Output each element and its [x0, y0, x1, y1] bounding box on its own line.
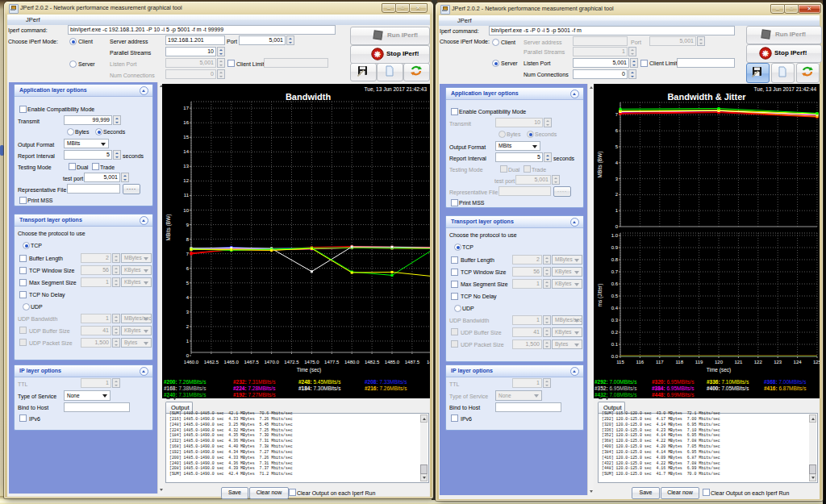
svg-text:0.2: 0.2 [611, 330, 619, 335]
svg-text:Tue, 13 Jun 2017 21:42:43: Tue, 13 Jun 2017 21:42:43 [365, 86, 428, 92]
svg-text:MBits (BW): MBits (BW) [597, 152, 603, 178]
svg-text:#200: 7.26MBits/s: #200: 7.26MBits/s [164, 379, 206, 385]
svg-text:❋: ❋ [762, 49, 770, 58]
svg-text:1.0: 1.0 [611, 233, 619, 238]
svg-text:121: 121 [734, 360, 743, 364]
svg-text:#320: 6.95MBits/s: #320: 6.95MBits/s [652, 379, 695, 385]
svg-text:0.0: 0.0 [611, 354, 619, 359]
svg-text:❋: ❋ [374, 50, 382, 59]
svg-text:Bandwidth & Jitter: Bandwidth & Jitter [667, 92, 746, 102]
svg-text:115: 115 [616, 360, 624, 364]
svg-text:1485.0: 1485.0 [385, 360, 400, 364]
svg-text:17: 17 [183, 106, 189, 110]
svg-text:0.6: 0.6 [611, 281, 619, 286]
svg-text:120: 120 [715, 360, 724, 364]
svg-text:116: 116 [636, 360, 645, 364]
svg-text:#168: 7.38MBits/s: #168: 7.38MBits/s [164, 385, 206, 391]
svg-text:0.7: 0.7 [611, 269, 619, 274]
svg-text:123: 123 [774, 360, 782, 364]
svg-text:Time (sec): Time (sec) [297, 367, 321, 373]
svg-text:1472.5: 1472.5 [284, 360, 299, 364]
svg-text:Bandwidth: Bandwidth [286, 92, 331, 102]
svg-text:10: 10 [183, 208, 189, 213]
svg-text:#368: 7.00MBits/s: #368: 7.00MBits/s [764, 379, 807, 385]
svg-text:#400: 7.05MBits/s: #400: 7.05MBits/s [707, 385, 749, 391]
svg-text:119: 119 [695, 360, 703, 364]
svg-text:1477.5: 1477.5 [324, 360, 340, 364]
svg-text:0.1: 0.1 [611, 342, 619, 347]
svg-text:#208: 7.33MBits/s: #208: 7.33MBits/s [365, 379, 407, 385]
svg-text:124: 124 [794, 360, 803, 364]
svg-text:1480.0: 1480.0 [344, 360, 360, 364]
svg-text:1490: 1490 [427, 360, 430, 364]
svg-text:#352: 6.95MBits/s: #352: 6.95MBits/s [594, 385, 637, 391]
svg-text:12: 12 [183, 178, 189, 183]
svg-text:1475.0: 1475.0 [304, 360, 319, 364]
svg-text:0.9: 0.9 [611, 245, 619, 250]
svg-text:#448: 6.99MBits/s: #448: 6.99MBits/s [652, 392, 695, 398]
svg-text:122: 122 [754, 360, 763, 364]
svg-text:#232: 7.31MBits/s: #232: 7.31MBits/s [233, 379, 276, 385]
svg-text:#384: 6.95MBits/s: #384: 6.95MBits/s [652, 385, 695, 391]
svg-text:11: 11 [184, 193, 190, 198]
svg-text:#216: 7.26MBits/s: #216: 7.26MBits/s [365, 385, 407, 391]
svg-text:#192: 7.27MBits/s: #192: 7.27MBits/s [233, 392, 276, 398]
svg-text:0.5: 0.5 [611, 294, 619, 298]
svg-text:13: 13 [183, 164, 189, 169]
svg-text:0.4: 0.4 [611, 306, 619, 310]
svg-text:#416: 6.87MBits/s: #416: 6.87MBits/s [764, 385, 807, 391]
svg-text:MBits (BW): MBits (BW) [165, 215, 172, 241]
svg-text:117: 117 [656, 360, 664, 364]
svg-text:125: 125 [813, 360, 820, 364]
svg-text:#224: 7.28MBits/s: #224: 7.28MBits/s [233, 385, 276, 391]
svg-text:15: 15 [183, 135, 189, 140]
svg-text:#248: 5.45MBits/s: #248: 5.45MBits/s [298, 379, 341, 385]
svg-text:0.3: 0.3 [611, 318, 619, 323]
svg-text:1467.5: 1467.5 [244, 360, 260, 364]
svg-text:118: 118 [675, 360, 683, 364]
svg-text:14: 14 [183, 149, 189, 154]
svg-text:16: 16 [183, 120, 189, 125]
svg-text:1465.0: 1465.0 [224, 360, 240, 364]
svg-text:0.8: 0.8 [611, 257, 619, 262]
svg-text:Time (sec): Time (sec) [707, 367, 731, 373]
svg-text:1482.5: 1482.5 [365, 360, 380, 364]
svg-text:#292: 7.00MBits/s: #292: 7.00MBits/s [594, 379, 637, 385]
svg-text:#336: 7.10MBits/s: #336: 7.10MBits/s [707, 379, 749, 385]
svg-text:1460.0: 1460.0 [184, 360, 199, 364]
svg-text:1487.5: 1487.5 [405, 360, 420, 364]
svg-text:Tue, 13 Jun 2017 21:42:44: Tue, 13 Jun 2017 21:42:44 [754, 86, 817, 92]
svg-text:#184: 7.30MBits/s: #184: 7.30MBits/s [298, 385, 341, 391]
svg-text:1470.0: 1470.0 [264, 360, 279, 364]
svg-text:ms (Jitter): ms (Jitter) [597, 284, 603, 307]
svg-text:1462.5: 1462.5 [204, 360, 219, 364]
